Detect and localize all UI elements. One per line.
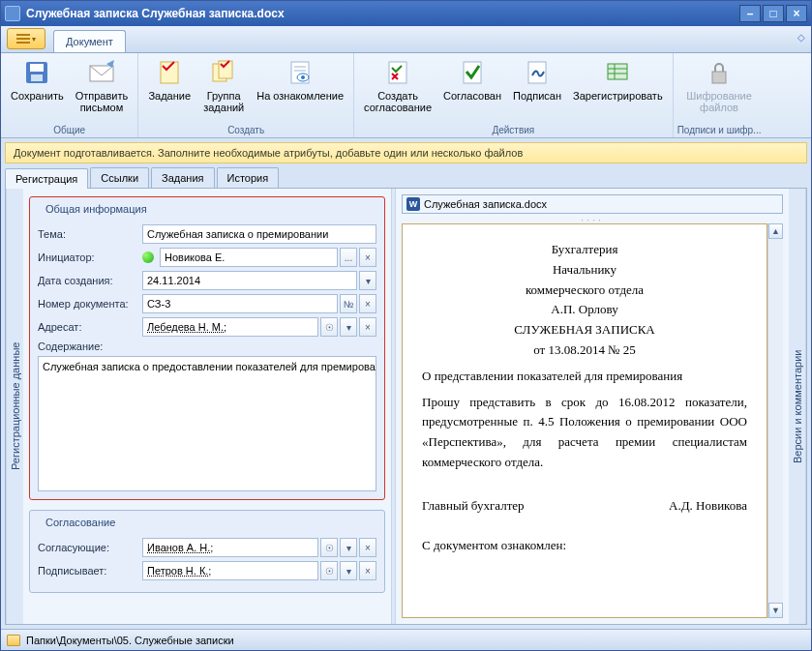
approvers-dropdown-button[interactable]: ▾ [340,538,357,557]
content-area: Регистрационные данные Общая информация … [5,189,807,625]
svg-rect-2 [31,74,43,81]
titlebar: Служебная записка Служебная записка.docx… [1,1,811,26]
minimize-button[interactable]: – [739,5,761,22]
docnum-generate-button[interactable]: № [340,294,357,313]
addressee-clear-button[interactable]: × [359,317,376,337]
task-button[interactable]: Задание [142,55,196,104]
tab-history[interactable]: История [217,167,280,188]
approvers-label: Согласующие: [38,542,142,553]
signer-clear-button[interactable]: × [359,561,376,580]
ribbon: Сохранить Отправить письмом Общие Задани… [1,53,811,138]
addressee-dropdown-button[interactable]: ▾ [340,317,357,337]
word-icon: W [406,197,420,211]
side-panel-right[interactable]: Версии и комментарии [789,189,806,624]
initiator-input[interactable]: Новикова Е. [160,248,338,267]
subject-label: Тема: [38,228,142,240]
approvers-input[interactable]: Иванов А. Н.; [142,538,318,557]
scroll-up-icon[interactable]: ▲ [768,223,783,239]
svg-rect-12 [389,62,406,83]
preview-scrollbar[interactable]: ▲ ▼ [767,223,783,618]
lock-icon [704,57,735,88]
initiator-label: Инициатор: [38,252,142,263]
register-button[interactable]: Зарегистрировать [567,55,669,104]
svg-rect-1 [30,64,44,72]
date-dropdown-button[interactable]: ▾ [359,271,376,290]
addressee-people-button[interactable]: ☉ [320,317,338,337]
content-textarea[interactable] [38,356,376,491]
sig-role: Главный бухгалтер [422,496,525,517]
scroll-down-icon[interactable]: ▼ [768,603,783,618]
file-menu-button[interactable]: ▾ [7,28,45,49]
fieldset-approval-title: Согласование [42,517,119,528]
content-label: Содержание: [38,340,142,352]
maximize-button[interactable]: □ [763,5,784,22]
ribbon-group-common: Общие [5,123,134,137]
signer-people-button[interactable]: ☉ [320,561,338,580]
initiator-lookup-button[interactable]: ... [340,248,357,267]
initiator-clear-button[interactable]: × [359,248,376,267]
sig-name: А.Д. Новикова [669,496,747,517]
folder-icon [7,635,20,646]
side-panel-left[interactable]: Регистрационные данные [6,189,23,624]
mail-icon [86,57,117,88]
approved-icon [457,57,488,88]
window-title: Служебная записка Служебная записка.docx [26,7,285,20]
subject-input[interactable]: Служебная записка о премировании [142,224,376,244]
tab-tasks[interactable]: Задания [151,167,214,188]
fieldset-general: Общая информация Тема: Служебная записка… [29,196,385,500]
save-icon [21,57,52,88]
status-dot-icon [142,252,154,263]
review-icon [285,57,316,88]
ribbon-group-actions: Действия [358,123,669,137]
review-button[interactable]: На ознакомление [251,55,349,104]
signer-label: Подписывает: [38,565,142,577]
docnum-input[interactable]: СЗ-3 [142,294,338,313]
encrypt-files-button: Шифрование файлов [680,55,758,115]
app-icon [5,6,20,21]
menubar: ▾ Документ ◇ [1,26,811,53]
collapse-ribbon-icon[interactable]: ◇ [797,32,805,43]
fieldset-approval: Согласование Согласующие: Иванов А. Н.; … [29,510,385,593]
fieldset-general-title: Общая информация [42,203,151,215]
close-button[interactable]: × [786,5,807,22]
signer-input[interactable]: Петров Н. К.; [142,561,318,580]
tab-links[interactable]: Ссылки [90,167,149,188]
approvers-people-button[interactable]: ☉ [320,538,338,557]
preview-handle[interactable]: ···· [402,214,783,223]
document-preview: Бухгалтерия Начальнику коммерческого отд… [402,223,767,618]
addressee-input[interactable]: Лебедева Н. М.; [142,317,318,337]
svg-rect-15 [608,64,627,79]
file-header[interactable]: W Служебная записка.docx [402,194,783,214]
statusbar: Папки\Документы\05. Служебные записки [1,629,811,650]
ribbon-tab-document[interactable]: Документ [53,30,126,52]
task-group-icon [208,57,239,88]
approvers-clear-button[interactable]: × [359,538,376,557]
status-path[interactable]: Папки\Документы\05. Служебные записки [26,635,234,646]
date-input[interactable]: 24.11.2014 [142,271,357,290]
send-letter-button[interactable]: Отправить письмом [70,55,135,115]
create-approval-icon [382,57,413,88]
signer-dropdown-button[interactable]: ▾ [340,561,357,580]
info-bar: Документ подготавливается. Заполните нео… [5,142,807,163]
ribbon-group-create: Создать [142,123,349,137]
date-label: Дата создания: [38,275,142,286]
docnum-clear-button[interactable]: × [359,294,376,313]
addressee-label: Адресат: [38,321,142,333]
ribbon-group-sign: Подписи и шифр... [677,123,762,137]
tab-registration[interactable]: Регистрация [5,168,88,189]
signed-button[interactable]: Подписан [507,55,567,104]
signed-icon [522,57,553,88]
svg-rect-7 [291,62,309,83]
docnum-label: Номер документа: [38,298,142,310]
approved-button[interactable]: Согласован [437,55,507,104]
task-icon [154,57,185,88]
preview-pane: W Служебная записка.docx ···· Бухгалтери… [396,189,789,624]
task-group-button[interactable]: Группа заданий [196,55,251,115]
tabstrip: Регистрация Ссылки Задания История [5,167,807,189]
file-name: Служебная записка.docx [424,198,547,210]
form-pane: Общая информация Тема: Служебная записка… [23,189,391,624]
create-approval-button[interactable]: Создать согласование [358,55,437,115]
save-button[interactable]: Сохранить [5,55,70,104]
svg-rect-19 [712,72,726,83]
register-icon [602,57,633,88]
